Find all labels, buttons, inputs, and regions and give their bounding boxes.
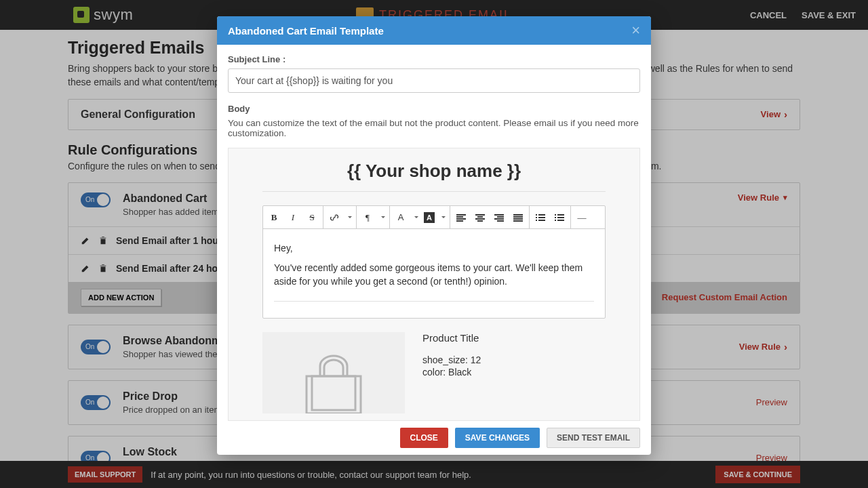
editor-content[interactable]: Hey, You've recently added some gorgeous… [263, 229, 605, 318]
variant-line: color: Black [422, 367, 606, 378]
save-changes-button[interactable]: SAVE CHANGES [455, 428, 540, 448]
chevron-down-icon [414, 216, 418, 218]
product-title: Product Title [422, 332, 606, 344]
body-text: You've recently added some gorgeous item… [274, 261, 594, 289]
subject-input[interactable] [228, 68, 640, 93]
email-preview-area: {{ Your shop name }} B I S ¶ [228, 148, 640, 421]
body-description: You can customize the text of the email … [228, 118, 640, 138]
align-justify-icon[interactable] [511, 211, 525, 224]
align-right-icon[interactable] [492, 211, 506, 224]
email-template-modal: Abandoned Cart Email Template × Subject … [217, 16, 651, 455]
product-block: Product Title shoe_size: 12 color: Black [262, 332, 606, 413]
modal-title: Abandoned Cart Email Template [228, 25, 384, 37]
chevron-down-icon [348, 216, 352, 218]
modal-footer: CLOSE SAVE CHANGES SEND TEST EMAIL [217, 421, 651, 455]
body-label: Body [228, 104, 640, 114]
product-image-placeholder [262, 332, 405, 413]
align-left-icon[interactable] [454, 211, 468, 224]
numbered-list-icon[interactable] [553, 211, 566, 224]
italic-icon[interactable]: I [286, 211, 300, 224]
variant-line: shoe_size: 12 [422, 354, 606, 365]
send-test-email-button[interactable]: SEND TEST EMAIL [547, 428, 640, 448]
strike-icon[interactable]: S [305, 211, 319, 224]
close-icon[interactable]: × [631, 24, 640, 37]
bullet-list-icon[interactable] [534, 211, 547, 224]
chevron-down-icon [441, 216, 446, 218]
svg-rect-1 [312, 376, 355, 410]
modal-header: Abandoned Cart Email Template × [217, 16, 651, 45]
paragraph-icon[interactable]: ¶ [361, 211, 374, 224]
hr-icon[interactable]: — [575, 211, 589, 224]
svg-rect-0 [307, 376, 361, 413]
link-icon[interactable] [328, 211, 341, 224]
divider [274, 301, 594, 302]
shop-name-header: {{ Your shop name }} [262, 161, 606, 192]
close-button[interactable]: CLOSE [400, 428, 448, 448]
chevron-down-icon [381, 216, 385, 218]
rich-text-editor: B I S ¶ A A [262, 205, 606, 319]
modal-body: Subject Line : Body You can customize th… [217, 45, 651, 421]
bag-icon [293, 352, 374, 413]
align-center-icon[interactable] [473, 211, 487, 224]
textcolor-icon[interactable]: A [394, 211, 408, 224]
bgcolor-icon[interactable]: A [424, 212, 435, 223]
editor-toolbar: B I S ¶ A A [263, 206, 605, 229]
greeting-text: Hey, [274, 241, 594, 256]
subject-label: Subject Line : [228, 54, 640, 64]
bold-icon[interactable]: B [267, 211, 281, 224]
